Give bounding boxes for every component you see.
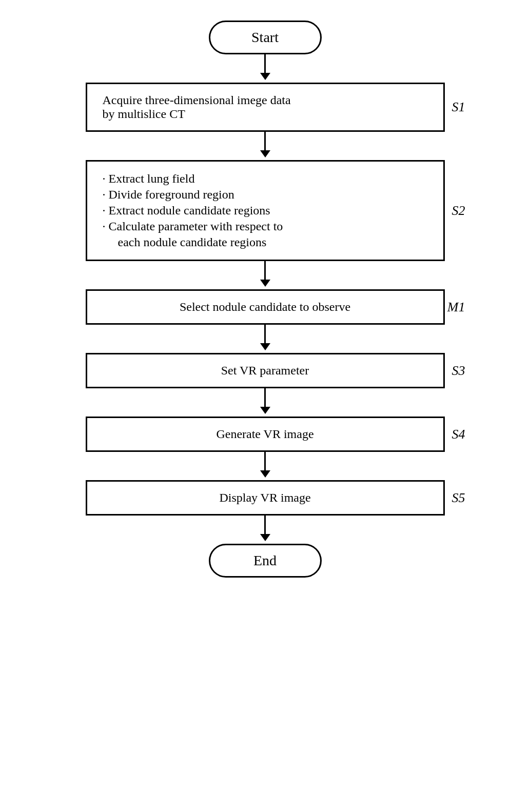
s4-node: Generate VR image [86, 417, 445, 452]
m1-text: Select nodule candidate to observe [180, 300, 350, 313]
start-node: Start [209, 21, 322, 54]
arrow-6 [260, 452, 270, 480]
s2-item-2: Divide foreground region [103, 187, 428, 203]
s2-node-row: Extract lung field Divide foreground reg… [34, 160, 496, 261]
s2-label: S2 [452, 203, 465, 219]
arrow-5 [260, 388, 270, 417]
s2-item-4: Calculate parameter with respect to [103, 219, 428, 234]
end-label: End [253, 552, 277, 568]
s3-text: Set VR parameter [221, 364, 309, 377]
s1-text: Acquire three-dimensional imege databy m… [103, 93, 291, 121]
s2-item-1: Extract lung field [103, 171, 428, 187]
start-label: Start [251, 29, 279, 45]
s5-text: Display VR image [219, 491, 310, 504]
s5-node-row: Display VR image S5 [34, 480, 496, 516]
s5-node: Display VR image [86, 480, 445, 516]
arrow-2 [260, 132, 270, 160]
s2-item-3: Extract nodule candidate regions [103, 203, 428, 219]
start-node-row: Start [34, 21, 496, 54]
s3-node-row: Set VR parameter S3 [34, 353, 496, 388]
s4-node-row: Generate VR image S4 [34, 417, 496, 452]
s4-text: Generate VR image [216, 427, 313, 441]
s4-label: S4 [452, 427, 465, 442]
arrow-4 [260, 325, 270, 353]
s1-node: Acquire three-dimensional imege databy m… [86, 83, 445, 132]
s3-node: Set VR parameter [86, 353, 445, 388]
s5-label: S5 [452, 490, 465, 506]
s1-node-row: Acquire three-dimensional imege databy m… [34, 83, 496, 132]
s1-label: S1 [452, 100, 465, 115]
end-node-row: End [34, 544, 496, 578]
m1-label: M1 [447, 300, 465, 315]
m1-node: Select nodule candidate to observe [86, 289, 445, 325]
s2-node: Extract lung field Divide foreground reg… [86, 160, 445, 261]
m1-node-row: Select nodule candidate to observe M1 [34, 289, 496, 325]
s2-list: Extract lung field Divide foreground reg… [103, 171, 428, 250]
arrow-1 [260, 54, 270, 83]
flowchart: Start Acquire three-dimensional imege da… [34, 21, 496, 578]
s3-label: S3 [452, 363, 465, 379]
arrow-7 [260, 516, 270, 544]
arrow-3 [260, 261, 270, 289]
end-node: End [209, 544, 322, 578]
s2-item-5: each nodule candidate regions [103, 234, 428, 250]
